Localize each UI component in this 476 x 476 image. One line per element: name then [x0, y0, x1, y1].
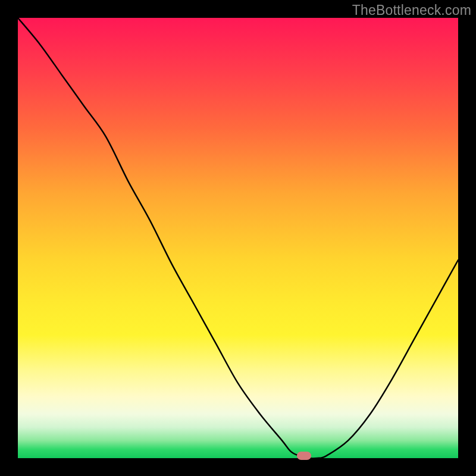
optimal-marker — [297, 452, 311, 460]
plot-area — [18, 18, 458, 458]
watermark-label: TheBottleneck.com — [352, 2, 471, 18]
bottleneck-curve — [18, 18, 458, 458]
chart-container: TheBottleneck.com — [0, 0, 476, 476]
